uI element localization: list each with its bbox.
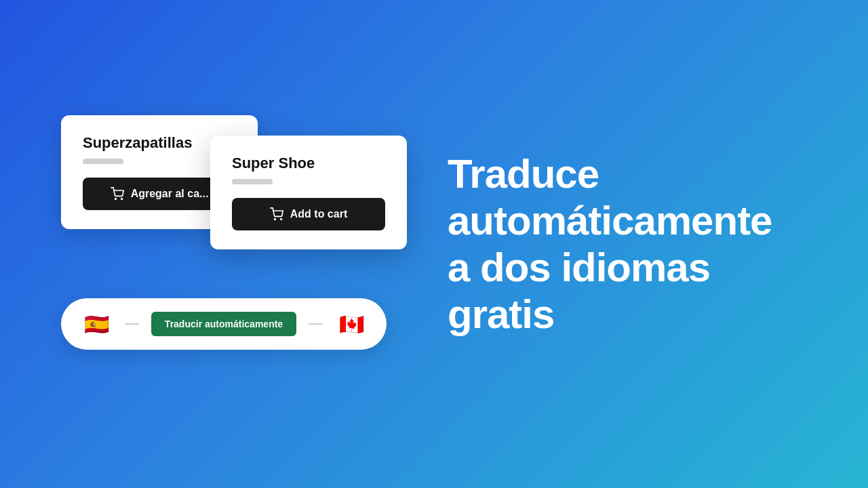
headline: Traduce automáticamente a dos idiomas gr… [448,150,772,338]
flag-canada: 🇨🇦 [335,308,368,340]
cart-icon [111,187,124,201]
card-english-bar [232,179,273,184]
card-english: Super Shoe Add to cart [210,136,407,249]
card-spanish-bar [83,159,123,164]
translate-automatically-button[interactable]: Traducir automáticamente [151,312,296,336]
svg-point-2 [274,219,275,220]
flag-spain: 🇪🇸 [80,308,113,340]
left-section: Superzapatillas Agregar al ca... Super S… [0,0,420,488]
right-section: Traduce automáticamente a dos idiomas gr… [420,110,868,378]
headline-line3: a dos idiomas [448,245,710,290]
headline-line1: Traduce [448,151,599,197]
headline-line2: automáticamente [448,198,772,243]
card-spanish-button-label: Agregar al ca... [131,188,209,200]
card-english-button-label: Add to cart [290,208,347,220]
card-english-add-to-cart-button[interactable]: Add to cart [232,198,385,230]
dash-line-left [125,323,139,325]
svg-point-0 [115,199,116,200]
headline-line4: gratis [448,291,554,337]
svg-point-3 [281,219,282,220]
cart-icon-en [270,207,283,221]
translation-bar: 🇪🇸 Traducir automáticamente 🇨🇦 [61,298,387,350]
svg-point-1 [121,199,122,200]
dash-line-right [309,323,323,325]
card-english-title: Super Shoe [232,155,385,172]
